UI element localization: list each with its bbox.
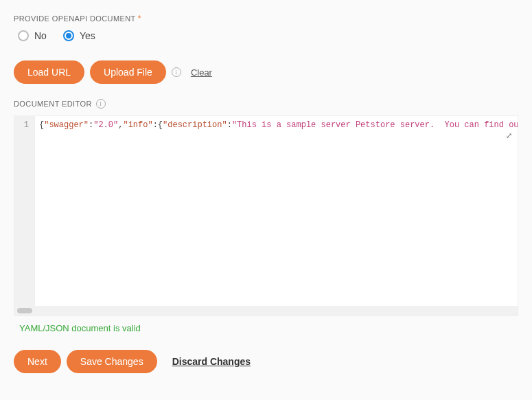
validation-message: YAML/JSON document is valid xyxy=(19,323,518,333)
code-token: "description" xyxy=(163,120,227,130)
document-editor: 1 {"swagger":"2.0","info":{"description"… xyxy=(14,115,518,316)
code-token: "info" xyxy=(123,120,152,130)
document-source-actions: Load URL Upload File i Clear xyxy=(14,60,518,84)
openapi-radio-group: No Yes xyxy=(14,30,518,41)
radio-circle-selected-icon xyxy=(63,30,74,41)
code-token: "2.0" xyxy=(93,120,118,130)
provide-openapi-label: PROVIDE OPENAPI DOCUMENT* xyxy=(14,14,518,23)
editor-code-area[interactable]: {"swagger":"2.0","info":{"description":"… xyxy=(35,116,518,306)
provide-openapi-label-text: PROVIDE OPENAPI DOCUMENT xyxy=(14,14,136,23)
discard-changes-link[interactable]: Discard Changes xyxy=(172,356,251,367)
line-number: 1 xyxy=(14,119,29,131)
save-changes-button[interactable]: Save Changes xyxy=(67,350,157,373)
code-token: :{ xyxy=(153,120,163,130)
radio-option-no[interactable]: No xyxy=(18,30,47,41)
horizontal-scrollbar[interactable] xyxy=(14,306,518,315)
radio-option-yes[interactable]: Yes xyxy=(63,30,95,41)
code-token: "swagger" xyxy=(44,120,89,130)
next-button[interactable]: Next xyxy=(14,350,61,373)
footer-actions: Next Save Changes Discard Changes xyxy=(14,350,518,373)
editor-body[interactable]: 1 {"swagger":"2.0","info":{"description"… xyxy=(14,116,518,306)
radio-dot-icon xyxy=(66,33,71,38)
required-star: * xyxy=(138,14,141,23)
radio-label-yes: Yes xyxy=(80,30,95,41)
document-editor-label-text: DOCUMENT EDITOR xyxy=(14,100,92,108)
radio-label-no: No xyxy=(34,30,47,41)
document-editor-label: DOCUMENT EDITOR i xyxy=(14,99,518,109)
clear-link[interactable]: Clear xyxy=(191,67,212,78)
info-icon[interactable]: i xyxy=(96,99,106,109)
code-token: : xyxy=(227,120,232,130)
upload-file-button[interactable]: Upload File xyxy=(90,60,166,84)
scrollbar-thumb[interactable] xyxy=(17,308,32,313)
load-url-button[interactable]: Load URL xyxy=(14,60,84,84)
expand-icon[interactable]: ⤢ xyxy=(506,131,512,140)
code-token: "This is a sample server Petstore server… xyxy=(232,120,518,130)
editor-gutter: 1 xyxy=(14,116,35,306)
info-icon[interactable]: i xyxy=(172,67,181,77)
radio-circle-icon xyxy=(18,30,29,41)
